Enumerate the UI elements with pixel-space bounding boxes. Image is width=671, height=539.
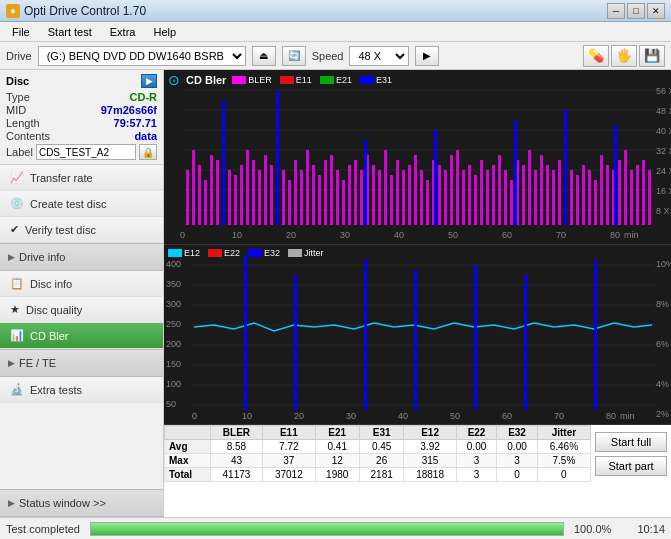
svg-rect-38 (270, 165, 273, 225)
main-layout: Disc ▶ Type CD-R MID 97m26s66f Length 79… (0, 70, 671, 517)
nav-verify-test-disc[interactable]: ✔ Verify test disc (0, 217, 163, 243)
chart1-title: CD Bler (186, 74, 226, 86)
contents-label: Contents (6, 130, 50, 142)
svg-rect-31 (228, 170, 231, 225)
legend1-e11-color (280, 76, 294, 84)
col-header-e11: E11 (263, 426, 315, 440)
table-row-max: Max 43 37 12 26 315 3 3 7.5% (165, 454, 591, 468)
svg-rect-90 (582, 165, 585, 225)
nav-extra-tests[interactable]: 🔬 Extra tests (0, 377, 163, 403)
legend1-e11-label: E11 (296, 75, 312, 85)
svg-text:50: 50 (166, 399, 176, 409)
svg-rect-29 (216, 160, 219, 225)
legend2-e32-color (248, 249, 262, 257)
disc-panel-title: Disc (6, 75, 29, 87)
svg-rect-41 (288, 180, 291, 225)
col-header-e22: E22 (456, 426, 497, 440)
svg-text:40: 40 (394, 230, 404, 240)
nav-cd-bler[interactable]: 📊 CD Bler (0, 323, 163, 349)
speed-arrow-button[interactable]: ▶ (415, 46, 439, 66)
svg-rect-44 (306, 150, 309, 225)
svg-rect-97 (624, 150, 627, 225)
minimize-button[interactable]: ─ (607, 3, 625, 19)
svg-rect-42 (294, 160, 297, 225)
legend2-e12-label: E12 (184, 248, 200, 258)
legend1-bler-label: BLER (248, 75, 272, 85)
extra-tests-icon: 🔬 (10, 383, 24, 396)
progress-bar-fill (91, 523, 563, 535)
label-edit-button[interactable]: 🔒 (139, 144, 157, 160)
total-e22: 3 (456, 468, 497, 482)
disc-icon-button[interactable]: 💊 (583, 45, 609, 67)
avg-e22: 0.00 (456, 440, 497, 454)
drive-eject-button[interactable]: ⏏ (252, 46, 276, 66)
svg-text:100: 100 (166, 379, 181, 389)
section-fe-te-label: FE / TE (19, 357, 56, 369)
svg-rect-89 (576, 175, 579, 225)
maximize-button[interactable]: □ (627, 3, 645, 19)
progress-text: 100.0% (574, 523, 619, 535)
label-label: Label (6, 146, 33, 158)
svg-rect-51 (348, 165, 351, 225)
disc-panel-toggle[interactable]: ▶ (141, 74, 157, 88)
svg-rect-33 (240, 165, 243, 225)
status-text: Test completed (6, 523, 80, 535)
svg-text:350: 350 (166, 279, 181, 289)
svg-rect-105 (434, 130, 437, 225)
label-input[interactable] (36, 144, 136, 160)
svg-text:2%: 2% (656, 409, 669, 419)
svg-text:60: 60 (502, 230, 512, 240)
nav-cd-bler-label: CD Bler (30, 330, 69, 342)
svg-rect-37 (264, 155, 267, 225)
section-drive-info[interactable]: ▶ Drive info (0, 243, 163, 271)
drive-select[interactable]: (G:) BENQ DVD DD DW1640 BSRB (38, 46, 246, 66)
svg-text:min: min (624, 230, 639, 240)
svg-text:30: 30 (346, 411, 356, 421)
total-e12: 18818 (404, 468, 456, 482)
svg-rect-142 (364, 260, 367, 410)
nav-create-test-disc[interactable]: 💿 Create test disc (0, 191, 163, 217)
max-bler: 43 (210, 454, 262, 468)
chart2-svg: 400 350 300 250 200 150 100 50 10% 8% 6%… (164, 245, 671, 425)
svg-text:4%: 4% (656, 379, 669, 389)
svg-rect-73 (480, 160, 483, 225)
save-icon-button[interactable]: 💾 (639, 45, 665, 67)
disc-panel: Disc ▶ Type CD-R MID 97m26s66f Length 79… (0, 70, 163, 165)
table-row-avg: Avg 8.58 7.72 0.41 0.45 3.92 0.00 0.00 6… (165, 440, 591, 454)
svg-rect-77 (504, 170, 507, 225)
chart1-wrapper: ⊙ CD Bler BLER E11 E21 E31 56 X 48 X 40 … (164, 70, 671, 245)
app-icon: ● (6, 4, 20, 18)
nav-verify-test-disc-label: Verify test disc (25, 224, 96, 236)
section-fe-te-arrow: ▶ (8, 358, 15, 368)
menu-help[interactable]: Help (145, 24, 184, 40)
nav-disc-info[interactable]: 📋 Disc info (0, 271, 163, 297)
start-full-button[interactable]: Start full (595, 432, 667, 452)
nav-transfer-rate[interactable]: 📈 Transfer rate (0, 165, 163, 191)
svg-rect-56 (378, 170, 381, 225)
section-fe-te[interactable]: ▶ FE / TE (0, 349, 163, 377)
row-total-label: Total (165, 468, 211, 482)
svg-text:0: 0 (192, 411, 197, 421)
svg-text:0: 0 (180, 230, 185, 240)
section-status-window[interactable]: ▶ Status window >> (0, 489, 163, 517)
start-part-button[interactable]: Start part (595, 456, 667, 476)
menu-file[interactable]: File (4, 24, 38, 40)
svg-text:10: 10 (232, 230, 242, 240)
drive-refresh-button[interactable]: 🔄 (282, 46, 306, 66)
svg-text:min: min (620, 411, 635, 421)
close-button[interactable]: ✕ (647, 3, 665, 19)
speed-select[interactable]: 48 X (349, 46, 409, 66)
svg-rect-141 (294, 275, 297, 410)
svg-text:40 X: 40 X (656, 126, 671, 136)
nav-items: 📈 Transfer rate 💿 Create test disc ✔ Ver… (0, 165, 163, 517)
nav-disc-quality[interactable]: ★ Disc quality (0, 297, 163, 323)
menu-extra[interactable]: Extra (102, 24, 144, 40)
settings-icon-button[interactable]: 🖐 (611, 45, 637, 67)
svg-rect-86 (558, 160, 561, 225)
svg-rect-85 (552, 170, 555, 225)
legend2-e32-label: E32 (264, 248, 280, 258)
legend2-e12-color (168, 249, 182, 257)
svg-rect-40 (282, 170, 285, 225)
menu-start-test[interactable]: Start test (40, 24, 100, 40)
svg-rect-58 (390, 175, 393, 225)
